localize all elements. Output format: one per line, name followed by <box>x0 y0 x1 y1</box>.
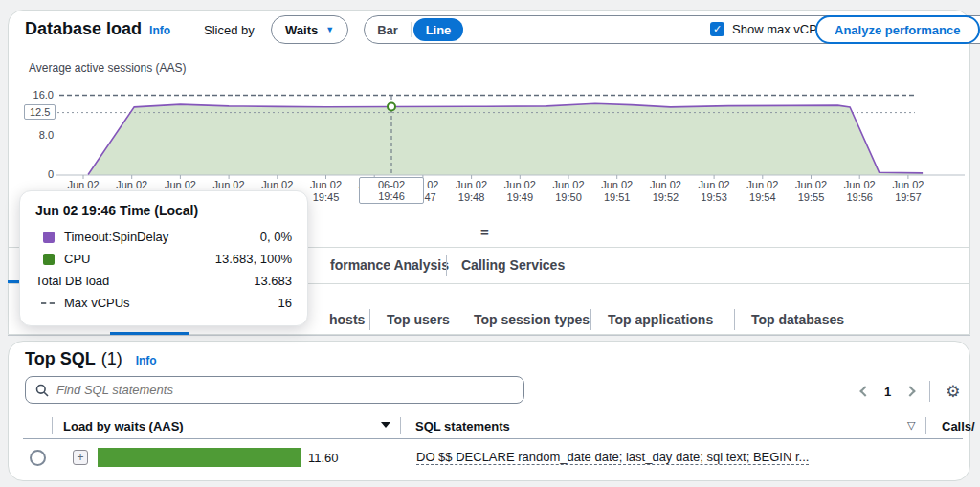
search-icon <box>35 384 49 397</box>
x-tick-label: Jun 0219:51 <box>593 179 641 204</box>
tooltip-row-spindelay: Timeout:SpinDelay 0, 0% <box>35 226 292 248</box>
y-tick-0: 0 <box>21 168 54 180</box>
x-tick-label: Jun 0219:49 <box>496 179 544 204</box>
column-header-load[interactable]: Load by waits (AAS) <box>63 419 184 433</box>
database-load-title: Database load <box>25 19 142 39</box>
y-tick-8: 8.0 <box>21 129 54 141</box>
x-tick-label: Jun 0219:54 <box>739 179 787 204</box>
tab-top-hosts[interactable]: hosts <box>329 312 365 327</box>
column-header-sql[interactable]: SQL statements <box>415 419 510 433</box>
max-vcpu-dash-swatch <box>41 302 55 304</box>
toggle-bar-option[interactable]: Bar <box>365 23 411 37</box>
y-axis-title: Average active sessions (AAS) <box>29 61 187 75</box>
tab-separator <box>369 309 370 330</box>
column-header-calls[interactable]: Calls/ <box>942 419 975 433</box>
tooltip-row-total: Total DB load 13.683 <box>35 270 292 292</box>
slice-by-dropdown[interactable]: Waits ▼ <box>271 15 348 44</box>
show-max-vcpu-checkbox[interactable]: ✓ <box>710 22 724 36</box>
x-tick-label: Jun 0219:45 <box>302 179 350 204</box>
tab-top-databases[interactable]: Top databases <box>751 312 844 327</box>
row-expand-button[interactable]: + <box>73 450 88 465</box>
tab-top-session-types[interactable]: Top session types <box>474 312 590 327</box>
x-tick-label: Jun 0219:57 <box>884 179 932 204</box>
tooltip-value: 16 <box>278 296 292 310</box>
top-sql-info-link[interactable]: Info <box>136 354 157 367</box>
tab-separator <box>734 309 735 330</box>
top-sql-title: Top SQL <box>25 349 96 369</box>
x-tick-label: Jun 0219:55 <box>788 179 835 204</box>
tooltip-row-cpu: CPU 13.683, 100% <box>35 248 292 270</box>
cpu-swatch <box>43 254 55 265</box>
toggle-line-option[interactable]: Line <box>413 18 463 41</box>
tab-top-applications[interactable]: Top applications <box>608 312 713 327</box>
tooltip-value: 0, 0% <box>260 230 292 244</box>
filter-icon[interactable]: ▽ <box>907 419 915 432</box>
slice-by-value: Waits <box>285 23 318 37</box>
sort-descending-icon[interactable] <box>381 422 390 428</box>
x-tick-label: Jun 0219:53 <box>690 179 738 204</box>
y-tick-16: 16.0 <box>21 89 54 100</box>
table-header-border <box>23 438 963 439</box>
tab-performance-analysis[interactable]: formance Analysis <box>330 257 449 273</box>
top-sql-count: (1) <box>101 349 122 369</box>
toggle-separator <box>411 22 412 37</box>
x-tick-label: Jun 0219:48 <box>448 179 496 204</box>
database-load-info-link[interactable]: Info <box>149 24 170 37</box>
x-tick-label: Jun 0219:52 <box>641 179 689 204</box>
chevron-down-icon: ▼ <box>325 25 334 34</box>
show-max-vcpu-label: Show max vCPU <box>732 22 826 36</box>
dimension-tabs-border <box>8 335 970 336</box>
toolbar-separator <box>929 381 930 402</box>
column-separator <box>52 417 53 434</box>
hover-value-badge: 12.5 <box>24 104 56 120</box>
tab-separator <box>446 255 447 276</box>
table-row-border <box>9 476 969 476</box>
sql-search-box <box>25 376 524 404</box>
column-separator <box>400 417 401 434</box>
chart-tooltip: Jun 02 19:46 Time (Local) Timeout:SpinDe… <box>19 190 308 326</box>
x-tick-label: Jun 0219:56 <box>835 179 883 204</box>
tooltip-label: Total DB load <box>35 274 109 288</box>
sql-search-input[interactable] <box>56 383 514 397</box>
x-tick-label: Jun 0219:50 <box>545 179 592 204</box>
tab-top-users[interactable]: Top users <box>387 312 450 327</box>
spindelay-swatch <box>43 232 55 243</box>
column-separator <box>925 417 926 434</box>
sliced-by-label: Sliced by <box>204 23 255 37</box>
tooltip-label: Max vCPUs <box>64 296 130 310</box>
load-value: 11.60 <box>308 451 339 465</box>
analyze-performance-button[interactable]: Analyze performance <box>815 15 980 44</box>
tooltip-row-max-vcpus: Max vCPUs 16 <box>35 292 292 314</box>
active-tab-underline-dimensions <box>110 332 189 335</box>
pagination-next-icon[interactable] <box>905 386 916 396</box>
tab-calling-services[interactable]: Calling Services <box>461 257 565 273</box>
gear-icon[interactable]: ⚙ <box>946 382 960 402</box>
tooltip-title: Jun 02 19:46 Time (Local) <box>35 203 292 218</box>
tooltip-label: CPU <box>64 252 90 266</box>
hover-time-badge: 06-02 19:46 <box>359 177 424 204</box>
tooltip-value: 13.683 <box>254 274 292 288</box>
row-select-radio[interactable] <box>30 450 46 466</box>
sql-statement-link[interactable]: DO $$ DECLARE random_date date; last_day… <box>416 450 809 465</box>
load-by-waits-bar <box>98 448 301 467</box>
tooltip-label: Timeout:SpinDelay <box>64 230 168 244</box>
tooltip-value: 13.683, 100% <box>215 252 292 266</box>
tab-separator <box>590 309 591 330</box>
pagination-prev-icon[interactable] <box>859 386 870 396</box>
tab-separator <box>457 309 457 330</box>
performance-insights-page: Database load Info Sliced by Waits ▼ Bar… <box>0 0 980 487</box>
chart-resize-handle[interactable]: = <box>480 224 489 240</box>
pagination-page-1[interactable]: 1 <box>884 385 891 399</box>
